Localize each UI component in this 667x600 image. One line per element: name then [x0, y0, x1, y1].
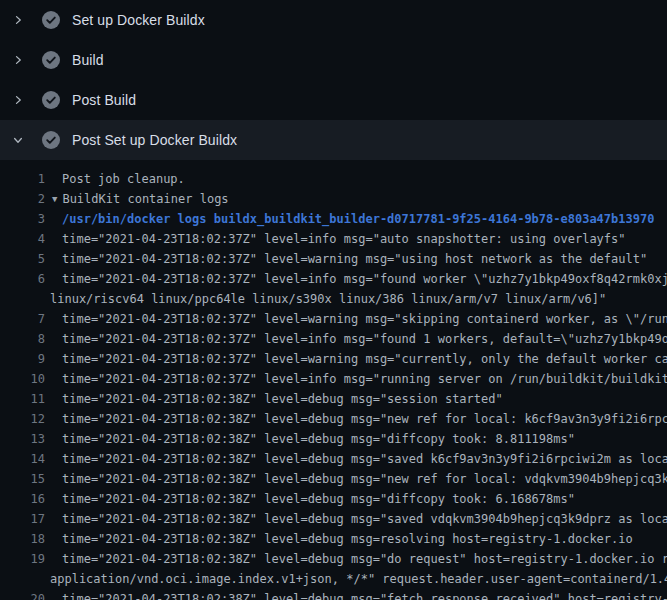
log-line-number	[0, 289, 45, 309]
log-line-text: time="2021-04-23T18:02:38Z" level=debug …	[45, 509, 667, 529]
log-line: 20time="2021-04-23T18:02:38Z" level=debu…	[0, 589, 667, 600]
log-line-text: time="2021-04-23T18:02:37Z" level=info m…	[45, 229, 626, 249]
chevron-down-icon[interactable]	[10, 132, 26, 148]
log-line-number[interactable]: 3	[0, 209, 45, 229]
log-line-text: application/vnd.oci.image.index.v1+json,…	[45, 569, 667, 589]
log-line-number[interactable]: 9	[0, 349, 45, 369]
log-line-text: time="2021-04-23T18:02:37Z" level=warnin…	[45, 309, 667, 329]
log-line: 8time="2021-04-23T18:02:37Z" level=info …	[0, 329, 667, 349]
log-line: 18time="2021-04-23T18:02:38Z" level=debu…	[0, 529, 667, 549]
log-line: 9time="2021-04-23T18:02:37Z" level=warni…	[0, 349, 667, 369]
log-line: 17time="2021-04-23T18:02:38Z" level=debu…	[0, 509, 667, 529]
log-line-number[interactable]: 4	[0, 229, 45, 249]
log-line: 1Post job cleanup.	[0, 169, 667, 189]
step-section-post-build[interactable]: Post Build	[0, 80, 667, 120]
step-success-check-icon	[42, 131, 60, 149]
log-line-number[interactable]: 14	[0, 449, 45, 469]
chevron-right-icon[interactable]	[10, 92, 26, 108]
log-line-text: time="2021-04-23T18:02:37Z" level=warnin…	[45, 349, 667, 369]
log-line-number[interactable]: 20	[0, 589, 45, 600]
log-line-number[interactable]: 15	[0, 469, 45, 489]
log-line-text: time="2021-04-23T18:02:38Z" level=debug …	[45, 469, 667, 489]
step-section-build[interactable]: Build	[0, 40, 667, 80]
log-line: linux/riscv64 linux/ppc64le linux/s390x …	[0, 289, 667, 309]
log-line: 2▼BuildKit container logs	[0, 189, 667, 209]
log-line-text: time="2021-04-23T18:02:37Z" level=info m…	[45, 369, 667, 389]
step-success-check-icon	[42, 51, 60, 69]
log-line: 19time="2021-04-23T18:02:38Z" level=debu…	[0, 549, 667, 569]
log-line: 11time="2021-04-23T18:02:38Z" level=debu…	[0, 389, 667, 409]
step-section-label: Build	[72, 52, 104, 68]
chevron-right-icon[interactable]	[10, 52, 26, 68]
log-line-text: BuildKit container logs	[57, 189, 228, 209]
log-line: 14time="2021-04-23T18:02:38Z" level=debu…	[0, 449, 667, 469]
log-line: 4time="2021-04-23T18:02:37Z" level=info …	[0, 229, 667, 249]
log-line-number[interactable]: 1	[0, 169, 45, 189]
log-line-number[interactable]: 5	[0, 249, 45, 269]
log-line-number[interactable]: 10	[0, 369, 45, 389]
log-line-number[interactable]: 17	[0, 509, 45, 529]
log-line-number[interactable]: 16	[0, 489, 45, 509]
step-section-set-up-docker-buildx[interactable]: Set up Docker Buildx	[0, 0, 667, 40]
log-line-text: time="2021-04-23T18:02:37Z" level=info m…	[45, 269, 667, 289]
log-line: 12time="2021-04-23T18:02:38Z" level=debu…	[0, 409, 667, 429]
log-command-text: /usr/bin/docker logs buildx_buildkit_bui…	[45, 209, 654, 229]
log-line-number[interactable]: 7	[0, 309, 45, 329]
log-line-text: time="2021-04-23T18:02:38Z" level=debug …	[45, 589, 667, 600]
log-group-collapse-toggle-icon[interactable]: ▼	[45, 189, 57, 209]
log-line-number[interactable]: 18	[0, 529, 45, 549]
log-line: application/vnd.oci.image.index.v1+json,…	[0, 569, 667, 589]
log-line: 13time="2021-04-23T18:02:38Z" level=debu…	[0, 429, 667, 449]
log-line-number[interactable]: 12	[0, 409, 45, 429]
log-line-text: Post job cleanup.	[45, 169, 185, 189]
job-steps-list: Set up Docker BuildxBuildPost BuildPost …	[0, 0, 667, 160]
step-section-label: Set up Docker Buildx	[72, 12, 205, 28]
log-line-text: time="2021-04-23T18:02:38Z" level=debug …	[45, 389, 503, 409]
log-line: 16time="2021-04-23T18:02:38Z" level=debu…	[0, 489, 667, 509]
log-line: 3/usr/bin/docker logs buildx_buildkit_bu…	[0, 209, 667, 229]
step-section-label: Post Set up Docker Buildx	[72, 132, 237, 148]
log-line-number[interactable]: 8	[0, 329, 45, 349]
log-line-text: time="2021-04-23T18:02:38Z" level=debug …	[45, 449, 667, 469]
log-line-text: linux/riscv64 linux/ppc64le linux/s390x …	[45, 289, 606, 309]
chevron-right-icon[interactable]	[10, 12, 26, 28]
log-line-number[interactable]: 13	[0, 429, 45, 449]
log-line-text: time="2021-04-23T18:02:37Z" level=info m…	[45, 329, 667, 349]
log-line-text: time="2021-04-23T18:02:38Z" level=debug …	[45, 549, 667, 569]
log-line: 6time="2021-04-23T18:02:37Z" level=info …	[0, 269, 667, 289]
step-success-check-icon	[42, 91, 60, 109]
log-line-text: time="2021-04-23T18:02:38Z" level=debug …	[45, 409, 667, 429]
log-line: 15time="2021-04-23T18:02:38Z" level=debu…	[0, 469, 667, 489]
step-success-check-icon	[42, 11, 60, 29]
log-line-number[interactable]: 11	[0, 389, 45, 409]
log-line: 10time="2021-04-23T18:02:37Z" level=info…	[0, 369, 667, 389]
log-line: 7time="2021-04-23T18:02:37Z" level=warni…	[0, 309, 667, 329]
step-section-post-set-up-docker-buildx[interactable]: Post Set up Docker Buildx	[0, 120, 667, 160]
log-line: 5time="2021-04-23T18:02:37Z" level=warni…	[0, 249, 667, 269]
step-log-viewer: 1Post job cleanup.2▼BuildKit container l…	[0, 160, 667, 600]
step-section-label: Post Build	[72, 92, 136, 108]
log-line-text: time="2021-04-23T18:02:37Z" level=warnin…	[45, 249, 647, 269]
log-line-text: time="2021-04-23T18:02:38Z" level=debug …	[45, 489, 575, 509]
log-line-text: time="2021-04-23T18:02:38Z" level=debug …	[45, 529, 633, 549]
log-line-number	[0, 569, 45, 589]
log-line-text: time="2021-04-23T18:02:38Z" level=debug …	[45, 429, 575, 449]
log-line-number[interactable]: 2	[0, 189, 45, 209]
log-line-number[interactable]: 6	[0, 269, 45, 289]
log-line-number[interactable]: 19	[0, 549, 45, 569]
